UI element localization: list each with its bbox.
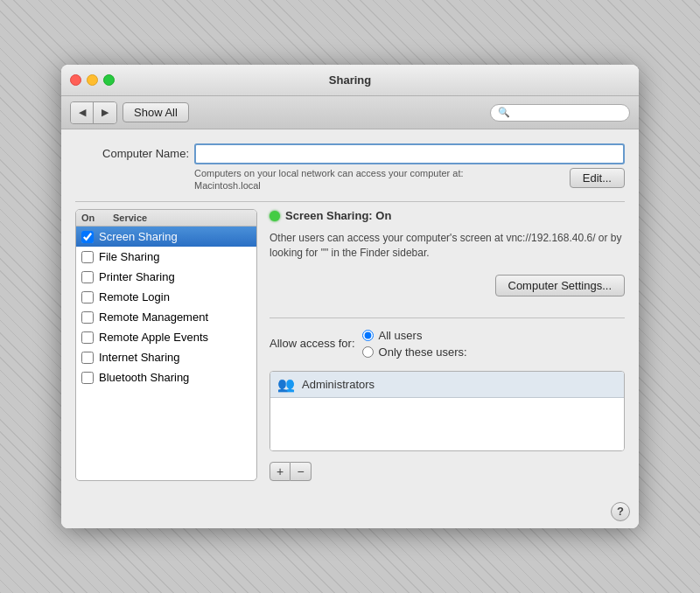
remove-user-button[interactable]: − (290, 462, 312, 481)
description-text: Other users can access your computer's s… (270, 231, 625, 261)
checkbox-internet-sharing[interactable] (81, 352, 94, 364)
service-name-remote-management: Remote Management (99, 310, 208, 324)
forward-button[interactable]: ▶ (94, 102, 116, 123)
add-user-button[interactable]: + (270, 462, 290, 481)
users-list-body (270, 398, 624, 450)
computer-settings-button[interactable]: Computer Settings... (495, 275, 626, 296)
nav-buttons: ◀ ▶ (70, 101, 117, 124)
checkbox-printer-sharing[interactable] (81, 271, 94, 283)
access-row: Allow access for: All users Only these u… (270, 329, 625, 359)
group-icon: 👥 (277, 376, 295, 393)
right-pane: Screen Sharing: On Other users can acces… (270, 209, 625, 481)
toolbar: ◀ ▶ Show All 🔍 (61, 96, 639, 129)
computer-name-hint: Computers on your local network can acce… (75, 168, 464, 192)
computer-name-row: Computer Name: (75, 143, 625, 164)
checkbox-screen-sharing[interactable] (81, 231, 94, 243)
search-icon: 🔍 (498, 107, 510, 118)
service-name-internet-sharing: Internet Sharing (99, 351, 180, 364)
only-these-label: Only these users: (379, 345, 467, 359)
service-name-printer-sharing: Printer Sharing (99, 270, 175, 283)
sharing-window: Sharing ◀ ▶ Show All 🔍 Computer Name: Co… (61, 65, 639, 528)
radio-only-these-input[interactable] (362, 346, 374, 358)
service-item-internet-sharing[interactable]: Internet Sharing (76, 347, 256, 367)
divider-top (75, 201, 625, 202)
checkbox-remote-login[interactable] (81, 291, 94, 303)
edit-button[interactable]: Edit... (570, 168, 625, 188)
minimize-button[interactable] (87, 74, 98, 86)
status-dot (270, 211, 280, 221)
service-name-file-sharing: File Sharing (99, 250, 159, 263)
bottom-bar: ? (61, 495, 639, 528)
service-item-printer-sharing[interactable]: Printer Sharing (76, 267, 256, 287)
user-name-administrators: Administrators (302, 378, 374, 391)
checkbox-file-sharing[interactable] (81, 251, 94, 263)
search-box: 🔍 (490, 104, 630, 122)
service-item-bluetooth-sharing[interactable]: Bluetooth Sharing (76, 367, 256, 387)
service-item-screen-sharing[interactable]: Screen Sharing (76, 227, 256, 247)
service-list-header: On Service (76, 210, 256, 227)
search-input[interactable] (514, 107, 622, 119)
hint-and-edit: Computers on your local network can acce… (75, 168, 625, 192)
service-item-file-sharing[interactable]: File Sharing (76, 247, 256, 267)
list-controls: + − (270, 462, 625, 481)
service-items: Screen Sharing File Sharing Printer Shar… (76, 227, 256, 387)
status-text: Screen Sharing: On (285, 209, 391, 222)
service-list: On Service Screen Sharing File Sharing P… (75, 209, 257, 481)
maximize-button[interactable] (103, 74, 115, 86)
users-list: 👥 Administrators (270, 371, 625, 451)
header-on: On (81, 213, 113, 223)
checkbox-bluetooth-sharing[interactable] (81, 372, 94, 384)
content-area: Computer Name: Computers on your local n… (61, 129, 639, 495)
user-item-administrators[interactable]: 👥 Administrators (270, 372, 624, 398)
header-service: Service (113, 213, 251, 223)
radio-all-users[interactable]: All users (362, 329, 467, 342)
all-users-label: All users (379, 329, 423, 342)
traffic-lights (70, 74, 115, 86)
status-row: Screen Sharing: On (270, 209, 625, 222)
title-bar: Sharing (61, 65, 639, 96)
service-name-bluetooth-sharing: Bluetooth Sharing (99, 371, 189, 384)
close-button[interactable] (70, 74, 81, 86)
computer-name-input[interactable] (194, 143, 625, 164)
checkbox-remote-apple-events[interactable] (81, 331, 94, 344)
radio-all-users-input[interactable] (362, 330, 374, 341)
allow-access-label: Allow access for: (270, 337, 355, 350)
show-all-button[interactable]: Show All (122, 102, 189, 122)
computer-name-label: Computer Name: (75, 143, 189, 160)
service-item-remote-management[interactable]: Remote Management (76, 307, 256, 327)
service-name-screen-sharing: Screen Sharing (99, 230, 178, 243)
service-item-remote-apple-events[interactable]: Remote Apple Events (76, 327, 256, 347)
main-pane: On Service Screen Sharing File Sharing P… (75, 209, 625, 481)
help-button[interactable]: ? (611, 502, 630, 521)
service-item-remote-login[interactable]: Remote Login (76, 287, 256, 307)
service-name-remote-apple-events: Remote Apple Events (99, 331, 208, 344)
checkbox-remote-management[interactable] (81, 311, 94, 324)
radio-group: All users Only these users: (362, 329, 467, 359)
back-button[interactable]: ◀ (71, 102, 94, 123)
radio-only-these[interactable]: Only these users: (362, 345, 467, 359)
hint-line2: Macintosh.local (194, 180, 464, 191)
right-divider (270, 317, 625, 318)
service-name-remote-login: Remote Login (99, 290, 170, 303)
hint-line1: Computers on your local network can acce… (194, 168, 464, 178)
window-title: Sharing (329, 73, 371, 87)
